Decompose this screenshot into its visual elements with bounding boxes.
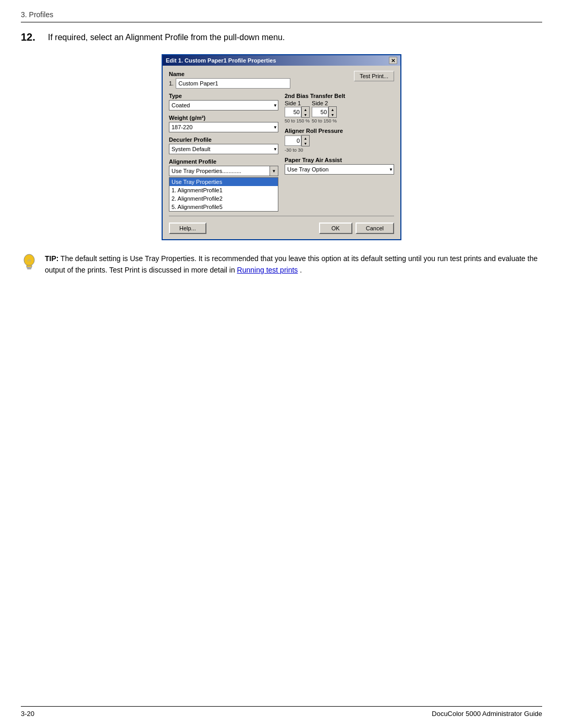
main-content: 12. If required, select an Alignment Pro… (21, 31, 542, 277)
type-select-wrapper[interactable]: Coated Uncoated Transparency (169, 100, 278, 110)
footer-guide-title: DocuColor 5000 Administrator Guide (432, 710, 542, 718)
aligner-up[interactable]: ▲ (302, 135, 309, 141)
bias-side2-range: 50 to 150 % (312, 118, 337, 124)
paper-tray-label: Paper Tray Air Assist (285, 157, 394, 163)
decurler-select[interactable]: System Default (169, 144, 278, 154)
bias-side2-spinner: ▲ ▼ (312, 106, 337, 118)
bias-side1-label: Side 1 (285, 100, 310, 106)
type-section: Type Coated Uncoated Transparency (169, 93, 278, 110)
step-number: 12. (21, 31, 40, 43)
footer-left: Help... (169, 223, 206, 234)
bias-side2: Side 2 ▲ ▼ 50 to 150 % (312, 100, 337, 124)
alignment-label: Alignment Profile (169, 158, 278, 165)
tip-end: . (300, 266, 302, 274)
tip-icon (21, 253, 38, 277)
bias-side2-buttons: ▲ ▼ (328, 106, 337, 118)
aligner-label: Aligner Roll Pressure (285, 128, 394, 134)
weight-select[interactable]: 187-220 106-186 60-105 (169, 122, 278, 132)
alignment-option-use-tray[interactable]: Use Tray Properties (169, 178, 278, 186)
name-section: Name 1. Test Print... (169, 71, 394, 89)
page-footer: 3-20 DocuColor 5000 Administrator Guide (21, 706, 542, 718)
alignment-dropdown-button[interactable]: ▼ (270, 166, 278, 176)
header-title: 3. Profiles (21, 10, 53, 19)
dialog-body: Name 1. Test Print... Type (163, 66, 400, 239)
decurler-select-wrapper[interactable]: System Default (169, 144, 278, 154)
tip-link[interactable]: Running test prints (237, 266, 298, 274)
weight-select-wrapper[interactable]: 187-220 106-186 60-105 (169, 122, 278, 132)
alignment-option-2[interactable]: 2. AlignmentProfile2 (169, 194, 278, 203)
bias-side1-range: 50 to 150 % (285, 118, 310, 124)
bias-label: 2nd Bias Transfer Belt (285, 93, 394, 99)
weight-label: Weight (g/m²) (169, 115, 278, 121)
alignment-input-row: ▼ (169, 166, 278, 176)
tip-row: TIP: The default setting is Use Tray Pro… (21, 253, 542, 277)
type-label: Type (169, 93, 278, 99)
step-text: If required, select an Alignment Profile… (48, 31, 285, 44)
name-input[interactable] (176, 78, 290, 89)
aligner-spinner: ▲ ▼ (285, 135, 394, 146)
alignment-section: Alignment Profile ▼ Use Tray Properties … (169, 158, 278, 212)
name-label: Name (169, 71, 290, 77)
dialog-footer: Help... OK Cancel (169, 220, 394, 234)
paper-tray-select[interactable]: Use Tray Option (285, 164, 394, 175)
dialog-close-button[interactable]: ✕ (389, 57, 397, 64)
ok-button[interactable]: OK (319, 223, 352, 234)
svg-point-0 (24, 254, 34, 266)
decurler-section: Decurler Profile System Default (169, 137, 278, 154)
dialog-title: Edit 1. Custom Paper1 Profile Properties (166, 57, 276, 64)
footer-page-number: 3-20 (21, 710, 34, 718)
alignment-option-5[interactable]: 5. AlignmentProfile5 (169, 203, 278, 211)
bias-side1-up[interactable]: ▲ (302, 107, 309, 112)
aligner-section: Aligner Roll Pressure ▲ ▼ -30 to 30 (285, 128, 394, 153)
decurler-label: Decurler Profile (169, 137, 278, 143)
bias-side2-input[interactable] (312, 107, 328, 117)
bias-side1-spinner: ▲ ▼ (285, 106, 310, 118)
svg-rect-3 (27, 268, 31, 269)
name-field-row: 1. (169, 78, 290, 89)
type-select[interactable]: Coated Uncoated Transparency (169, 100, 278, 110)
bias-side1: Side 1 ▲ ▼ 50 to 150 % (285, 100, 310, 124)
name-field-group: Name 1. (169, 71, 290, 89)
alignment-dropdown-list: Use Tray Properties 1. AlignmentProfile1… (169, 177, 278, 212)
footer-right: OK Cancel (319, 223, 394, 234)
aligner-range: -30 to 30 (285, 147, 303, 153)
tip-label: TIP: (45, 254, 58, 263)
left-column: Type Coated Uncoated Transparency (169, 93, 278, 212)
bias-side2-label: Side 2 (312, 100, 337, 106)
name-number: 1. (169, 80, 174, 87)
aligner-buttons: ▲ ▼ (301, 135, 310, 146)
alignment-input[interactable] (169, 166, 270, 176)
bias-side1-buttons: ▲ ▼ (301, 106, 310, 118)
cancel-button[interactable]: Cancel (356, 223, 394, 234)
dialog-columns: Type Coated Uncoated Transparency (169, 93, 394, 212)
right-column: 2nd Bias Transfer Belt Side 1 ▲ ▼ (285, 93, 394, 212)
bias-section: 2nd Bias Transfer Belt Side 1 ▲ ▼ (285, 93, 394, 124)
alignment-option-1[interactable]: 1. AlignmentProfile1 (169, 186, 278, 194)
paper-tray-select-wrapper[interactable]: Use Tray Option (285, 164, 394, 175)
weight-section: Weight (g/m²) 187-220 106-186 60-105 (169, 115, 278, 132)
lightbulb-icon (21, 253, 38, 274)
bias-side2-up[interactable]: ▲ (329, 107, 336, 112)
dialog-window: Edit 1. Custom Paper1 Profile Properties… (162, 54, 401, 240)
help-button[interactable]: Help... (169, 223, 206, 234)
bias-side1-down[interactable]: ▼ (302, 112, 309, 117)
aligner-down[interactable]: ▼ (302, 141, 309, 146)
dialog-titlebar: Edit 1. Custom Paper1 Profile Properties… (163, 55, 400, 66)
bias-sides: Side 1 ▲ ▼ 50 to 150 % (285, 100, 394, 124)
dialog-divider (169, 216, 394, 216)
svg-rect-2 (27, 267, 32, 268)
aligner-input[interactable] (285, 135, 301, 146)
test-print-button[interactable]: Test Print... (354, 71, 394, 81)
bias-side2-down[interactable]: ▼ (329, 112, 336, 117)
bias-side1-input[interactable] (285, 107, 301, 117)
page-header: 3. Profiles (21, 10, 542, 22)
step-row: 12. If required, select an Alignment Pro… (21, 31, 542, 44)
tip-text-block: TIP: The default setting is Use Tray Pro… (45, 253, 542, 276)
paper-tray-section: Paper Tray Air Assist Use Tray Option (285, 157, 394, 175)
dialog-container: Edit 1. Custom Paper1 Profile Properties… (21, 54, 542, 240)
